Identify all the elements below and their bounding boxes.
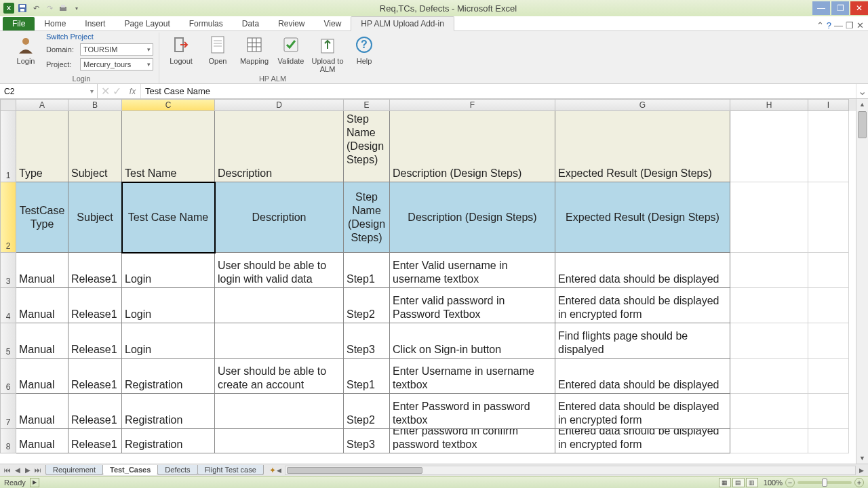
save-icon[interactable]	[16, 2, 28, 14]
cell[interactable]: Find flights page should be dispalyed	[555, 323, 730, 359]
row-header-2[interactable]: 2	[0, 182, 16, 253]
zoom-out-icon[interactable]: −	[785, 478, 795, 487]
tab-file[interactable]: File	[3, 17, 35, 30]
formula-expand-icon[interactable]: ⌄	[856, 84, 868, 98]
formula-input[interactable]: Test Case Name	[141, 84, 856, 98]
column-header-C[interactable]: C	[122, 99, 215, 111]
close-button[interactable]: ✕	[850, 1, 868, 15]
cell[interactable]: Step3	[344, 429, 390, 453]
cell[interactable]	[808, 323, 849, 359]
cell[interactable]: Registration	[122, 394, 215, 429]
sheet-nav-last-icon[interactable]: ⏭	[33, 466, 43, 474]
hscroll-right-icon[interactable]: ▶	[856, 466, 866, 474]
excel-icon[interactable]: X	[3, 2, 15, 14]
cell[interactable]: Release1	[68, 359, 122, 394]
select-all-corner[interactable]	[0, 99, 16, 111]
cell[interactable]	[808, 394, 849, 429]
horizontal-scrollbar[interactable]: ◀ ▶	[285, 466, 856, 475]
help-button[interactable]: ?Help	[348, 33, 380, 65]
sheet-nav-first-icon[interactable]: ⏮	[3, 466, 12, 474]
row-header-6[interactable]: 6	[0, 359, 16, 394]
domain-combo[interactable]: TOURSIM	[80, 43, 153, 56]
row-header-7[interactable]: 7	[0, 394, 16, 429]
help-icon[interactable]: ?	[827, 20, 831, 30]
sheet-tab-requirement[interactable]: Requirement	[45, 465, 103, 475]
cell[interactable]: User should be able to create an account	[215, 359, 344, 394]
scroll-thumb[interactable]	[858, 111, 867, 138]
cell[interactable]	[808, 111, 849, 182]
cell[interactable]: User should be able to login with valid …	[215, 253, 344, 288]
tab-insert[interactable]: Insert	[75, 17, 115, 30]
workbook-minimize-icon[interactable]: —	[834, 20, 843, 30]
open-button[interactable]: Open	[201, 33, 234, 65]
vertical-scrollbar[interactable]: ▲ ▼	[856, 99, 868, 464]
column-header-B[interactable]: B	[68, 99, 122, 111]
mapping-button[interactable]: Mapping	[238, 33, 271, 65]
tab-hp-alm[interactable]: HP ALM Upload Add-in	[351, 16, 454, 31]
hscroll-left-icon[interactable]: ◀	[275, 466, 284, 474]
cell[interactable]	[730, 323, 808, 359]
column-header-E[interactable]: E	[344, 99, 390, 111]
column-header-I[interactable]: I	[808, 99, 849, 111]
cell[interactable]	[808, 288, 849, 323]
cell[interactable]: Entered data should be displayed	[555, 359, 730, 394]
name-box[interactable]: C2	[0, 84, 98, 98]
cell[interactable]	[808, 359, 849, 394]
cell[interactable]: Test Name	[122, 111, 215, 182]
cell[interactable]: Enter password in confirm password textb…	[390, 429, 555, 453]
tab-home[interactable]: Home	[35, 17, 75, 30]
cell[interactable]: Step2	[344, 394, 390, 429]
cell[interactable]	[730, 359, 808, 394]
fx-button[interactable]: fx	[125, 84, 141, 98]
cell[interactable]: Entered data should be displayed	[555, 253, 730, 288]
cell[interactable]: Expected Result (Design Steps)	[555, 182, 730, 253]
tab-page-layout[interactable]: Page Layout	[115, 17, 179, 30]
redo-icon[interactable]: ↷	[43, 2, 56, 14]
cell[interactable]: Subject	[68, 111, 122, 182]
cell[interactable]: Step1	[344, 359, 390, 394]
row-header-8[interactable]: 8	[0, 429, 16, 453]
view-normal-icon[interactable]: ▦	[719, 478, 731, 487]
cell[interactable]: Click on Sign-in button	[390, 323, 555, 359]
cell[interactable]	[808, 253, 849, 288]
cell[interactable]: Step Name (Design Steps)	[344, 182, 390, 253]
sheet-nav-prev-icon[interactable]: ◀	[13, 466, 22, 474]
row-header-5[interactable]: 5	[0, 323, 16, 359]
minimize-ribbon-icon[interactable]: ⌃	[816, 20, 824, 30]
maximize-button[interactable]: ❐	[831, 1, 849, 15]
cell[interactable]: Test Case Name	[122, 182, 215, 253]
cell[interactable]	[730, 429, 808, 453]
cell[interactable]: Step Name (Design Steps)	[344, 111, 390, 182]
cell[interactable]: Expected Result (Design Steps)	[555, 111, 730, 182]
cell[interactable]: Type	[16, 111, 68, 182]
validate-button[interactable]: Validate	[275, 33, 307, 65]
cell[interactable]: Entered data should be displayed in encr…	[555, 288, 730, 323]
cell[interactable]: Enter Password in password textbox	[390, 394, 555, 429]
print-icon[interactable]	[57, 2, 69, 14]
qat-dropdown-icon[interactable]: ▾	[71, 2, 83, 14]
cell[interactable]: Manual	[16, 253, 68, 288]
column-header-G[interactable]: G	[555, 99, 730, 111]
cell[interactable]: Step3	[344, 323, 390, 359]
zoom-level[interactable]: 100%	[764, 479, 783, 487]
cell[interactable]	[215, 323, 344, 359]
cell[interactable]: Enter Valid username in username textbox	[390, 253, 555, 288]
zoom-in-icon[interactable]: +	[854, 478, 864, 487]
view-pagebreak-icon[interactable]: ▥	[746, 478, 758, 487]
cell[interactable]: Subject	[68, 182, 122, 253]
tab-review[interactable]: Review	[269, 17, 314, 30]
sheet-tab-defects[interactable]: Defects	[157, 465, 197, 475]
cell[interactable]: Login	[122, 323, 215, 359]
cell[interactable]: Entered data should be displayed in encr…	[555, 429, 730, 453]
column-header-F[interactable]: F	[390, 99, 555, 111]
project-combo[interactable]: Mercury_tours	[80, 58, 153, 70]
cell[interactable]: Login	[122, 288, 215, 323]
row-header-3[interactable]: 3	[0, 253, 16, 288]
upload-button[interactable]: Upload to ALM	[311, 33, 344, 73]
cell[interactable]: Manual	[16, 288, 68, 323]
workbook-restore-icon[interactable]: ❐	[846, 20, 854, 30]
cell[interactable]: Description (Design Steps)	[390, 111, 555, 182]
cell[interactable]	[730, 182, 808, 253]
minimize-button[interactable]: —	[812, 1, 830, 15]
row-header-4[interactable]: 4	[0, 288, 16, 323]
